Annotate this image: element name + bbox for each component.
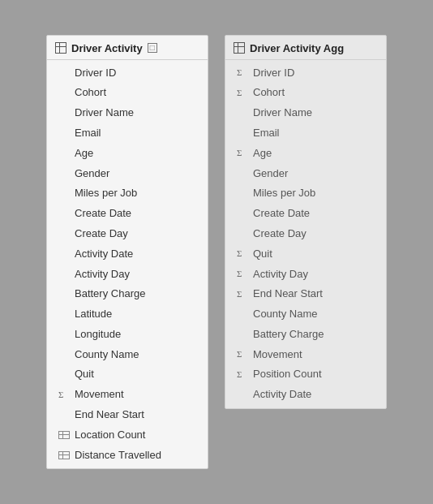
- field-label: Age: [253, 145, 272, 162]
- field-label: Driver ID: [253, 65, 294, 82]
- left-minimize-icon[interactable]: □: [148, 43, 157, 53]
- right-field-list: ΣDriver IDΣCohortDriver NameEmailΣAgeGen…: [225, 60, 386, 409]
- sigma-icon: Σ: [237, 146, 248, 161]
- sigma-icon: Σ: [237, 287, 248, 302]
- right-table-header: Driver Activity Agg: [225, 36, 386, 60]
- list-item[interactable]: ΣActivity Day: [225, 265, 386, 285]
- left-field-list: Driver IDCohortDriver NameEmailAgeGender…: [47, 60, 208, 469]
- right-table-card: Driver Activity Agg ΣDriver IDΣCohortDri…: [225, 35, 387, 410]
- list-item[interactable]: Distance Travelled: [47, 446, 208, 466]
- field-label: Create Day: [75, 226, 128, 243]
- field-label: Age: [75, 145, 93, 162]
- sigma-icon: Σ: [237, 368, 248, 382]
- field-label: Gender: [75, 166, 109, 183]
- field-label: Driver Name: [253, 105, 312, 122]
- left-table-icon: [55, 42, 66, 54]
- left-table-title: Driver Activity: [71, 42, 143, 54]
- list-item[interactable]: ΣMovement: [47, 385, 208, 405]
- grid-icon: [58, 431, 70, 439]
- field-label: Gender: [253, 166, 288, 183]
- list-item[interactable]: Miles per Job: [47, 183, 208, 204]
- list-item[interactable]: ΣAge: [225, 144, 386, 164]
- list-item[interactable]: Create Day: [47, 224, 208, 244]
- field-label: Driver Name: [75, 105, 134, 122]
- list-item[interactable]: Cohort: [47, 83, 208, 103]
- list-item[interactable]: ΣDriver ID: [225, 63, 386, 84]
- right-table-title: Driver Activity Agg: [250, 42, 344, 54]
- field-label: Miles per Job: [253, 185, 315, 202]
- field-label: Longitude: [75, 326, 121, 343]
- field-label: Movement: [253, 347, 302, 364]
- list-item[interactable]: ΣPosition Count: [225, 364, 386, 385]
- list-item[interactable]: Driver Name: [47, 103, 208, 123]
- sigma-icon: Σ: [237, 347, 248, 362]
- list-item[interactable]: Activity Date: [225, 385, 386, 405]
- main-container: Driver Activity □ Driver IDCohortDriver …: [30, 19, 403, 486]
- list-item[interactable]: ΣQuit: [225, 244, 386, 265]
- list-item[interactable]: End Near Start: [47, 405, 208, 425]
- field-label: End Near Start: [253, 286, 323, 303]
- list-item[interactable]: Latitude: [47, 304, 208, 325]
- list-item[interactable]: Create Date: [47, 204, 208, 224]
- list-item[interactable]: Create Date: [225, 204, 386, 224]
- left-table-header: Driver Activity □: [47, 36, 208, 60]
- field-label: Quit: [253, 246, 272, 263]
- field-label: Activity Day: [75, 266, 130, 283]
- field-label: Driver ID: [75, 65, 116, 82]
- list-item[interactable]: Location Count: [47, 425, 208, 446]
- sigma-icon: Σ: [237, 267, 248, 282]
- field-label: County Name: [253, 306, 317, 323]
- list-item[interactable]: Miles per Job: [225, 183, 386, 204]
- list-item[interactable]: Gender: [47, 164, 208, 184]
- left-table-card: Driver Activity □ Driver IDCohortDriver …: [46, 35, 208, 470]
- field-label: Activity Date: [253, 386, 311, 403]
- field-label: Email: [75, 125, 101, 142]
- field-label: County Name: [75, 347, 139, 364]
- list-item[interactable]: County Name: [47, 345, 208, 365]
- list-item[interactable]: Driver ID: [47, 63, 208, 84]
- sigma-icon: Σ: [237, 66, 248, 80]
- list-item[interactable]: Create Day: [225, 224, 386, 244]
- field-label: Activity Date: [75, 246, 133, 263]
- list-item[interactable]: ΣMovement: [225, 345, 386, 365]
- field-label: Position Count: [253, 366, 322, 383]
- list-item[interactable]: Gender: [225, 164, 386, 184]
- list-item[interactable]: Longitude: [47, 325, 208, 345]
- list-item[interactable]: ΣCohort: [225, 83, 386, 103]
- right-table-icon: [234, 42, 245, 54]
- sigma-icon: Σ: [237, 247, 248, 261]
- field-label: Create Date: [75, 205, 131, 222]
- field-label: Email: [253, 125, 280, 142]
- grid-icon: [58, 451, 70, 459]
- field-label: Quit: [75, 366, 94, 383]
- list-item[interactable]: Battery Charge: [47, 284, 208, 304]
- field-label: Create Date: [253, 205, 310, 222]
- field-label: Distance Travelled: [75, 447, 161, 464]
- field-label: Cohort: [253, 84, 285, 101]
- list-item[interactable]: County Name: [225, 304, 386, 325]
- list-item[interactable]: Driver Name: [225, 103, 386, 123]
- list-item[interactable]: Activity Day: [47, 265, 208, 285]
- list-item[interactable]: Age: [47, 144, 208, 164]
- field-label: Latitude: [75, 306, 112, 323]
- field-label: Miles per Job: [75, 185, 137, 202]
- sigma-icon: Σ: [58, 388, 70, 403]
- list-item[interactable]: ΣEnd Near Start: [225, 284, 386, 304]
- field-label: Battery Charge: [75, 286, 145, 303]
- list-item[interactable]: Email: [225, 123, 386, 144]
- field-label: Location Count: [75, 427, 145, 444]
- list-item[interactable]: Quit: [47, 364, 208, 385]
- field-label: End Near Start: [75, 407, 144, 424]
- field-label: Cohort: [75, 84, 106, 101]
- field-label: Activity Day: [253, 266, 308, 283]
- list-item[interactable]: Activity Date: [47, 244, 208, 265]
- field-label: Movement: [75, 386, 124, 403]
- sigma-icon: Σ: [237, 86, 248, 101]
- list-item[interactable]: Battery Charge: [225, 325, 386, 345]
- field-label: Battery Charge: [253, 326, 324, 343]
- field-label: Create Day: [253, 226, 307, 243]
- list-item[interactable]: Email: [47, 123, 208, 144]
